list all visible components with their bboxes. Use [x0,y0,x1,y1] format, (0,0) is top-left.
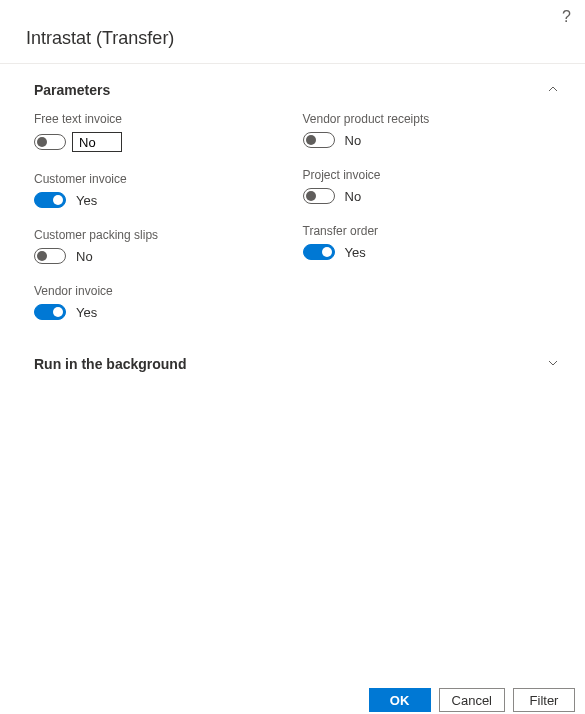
ok-button[interactable]: OK [369,688,431,712]
label-project-invoice: Project invoice [303,168,552,182]
value-transfer-order: Yes [341,245,366,260]
label-customer-packing-slips: Customer packing slips [34,228,283,242]
input-free-text-invoice[interactable] [72,132,122,152]
field-customer-invoice: Customer invoice Yes [34,172,283,208]
value-vendor-invoice: Yes [72,305,97,320]
section-header-parameters[interactable]: Parameters [0,64,585,108]
field-transfer-order: Transfer order Yes [303,224,552,260]
chevron-up-icon [547,83,559,98]
label-customer-invoice: Customer invoice [34,172,283,186]
section-title-background: Run in the background [34,356,186,372]
field-vendor-product-receipts: Vendor product receipts No [303,112,552,148]
value-customer-invoice: Yes [72,193,97,208]
value-customer-packing-slips: No [72,249,93,264]
parameters-body: Free text invoice Customer invoice Yes C… [0,108,585,334]
help-icon[interactable]: ? [562,8,571,26]
value-project-invoice: No [341,189,362,204]
dialog-title: Intrastat (Transfer) [0,0,585,63]
field-free-text-invoice: Free text invoice [34,112,283,152]
toggle-customer-invoice[interactable] [34,192,66,208]
label-vendor-product-receipts: Vendor product receipts [303,112,552,126]
field-vendor-invoice: Vendor invoice Yes [34,284,283,320]
filter-button[interactable]: Filter [513,688,575,712]
section-header-background[interactable]: Run in the background [0,334,585,382]
label-free-text-invoice: Free text invoice [34,112,283,126]
field-customer-packing-slips: Customer packing slips No [34,228,283,264]
toggle-transfer-order[interactable] [303,244,335,260]
label-transfer-order: Transfer order [303,224,552,238]
toggle-project-invoice[interactable] [303,188,335,204]
toggle-vendor-product-receipts[interactable] [303,132,335,148]
dialog-footer: OK Cancel Filter [0,684,585,714]
section-title-parameters: Parameters [34,82,110,98]
field-project-invoice: Project invoice No [303,168,552,204]
chevron-down-icon [547,357,559,372]
toggle-customer-packing-slips[interactable] [34,248,66,264]
value-vendor-product-receipts: No [341,133,362,148]
cancel-button[interactable]: Cancel [439,688,505,712]
label-vendor-invoice: Vendor invoice [34,284,283,298]
toggle-free-text-invoice[interactable] [34,134,66,150]
toggle-vendor-invoice[interactable] [34,304,66,320]
